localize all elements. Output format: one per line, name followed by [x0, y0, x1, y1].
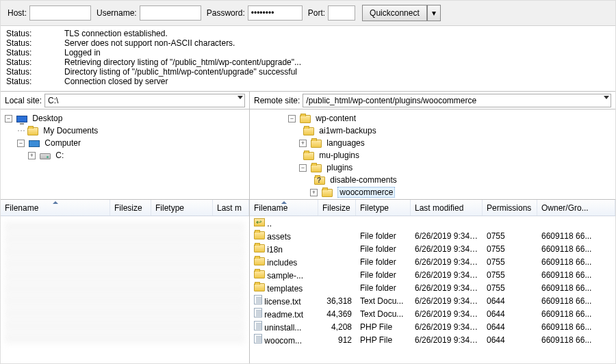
file-owner: 6609118 66...: [537, 257, 615, 267]
tree-item[interactable]: ai1wm-backups: [319, 126, 376, 135]
col-permissions[interactable]: Permissions: [483, 200, 537, 216]
tree-item[interactable]: plugins: [326, 163, 352, 172]
file-icon: [254, 308, 262, 317]
file-size: 44,369: [318, 309, 356, 319]
folder-icon: [303, 152, 314, 160]
log-text: Logged in: [64, 48, 101, 57]
file-modified: 6/26/2019 9:34:...: [411, 283, 483, 293]
file-permissions: 0755: [483, 270, 537, 280]
file-type: File folder: [356, 283, 411, 293]
log-label: Status:: [6, 29, 64, 38]
username-label: Username:: [97, 8, 137, 18]
col-lastmod[interactable]: Last m: [213, 200, 249, 216]
remote-list-header: Filename Filesize Filetype Last modified…: [250, 200, 615, 216]
log-text: TLS connection established.: [64, 29, 168, 38]
folder-icon: [311, 164, 322, 172]
list-row[interactable]: templatesFile folder6/26/2019 9:34:...07…: [250, 281, 615, 294]
col-filesize[interactable]: Filesize: [318, 200, 356, 216]
folder-icon: [254, 270, 265, 278]
host-input[interactable]: [29, 5, 91, 21]
drive-icon: [40, 153, 51, 159]
file-modified: 6/26/2019 9:34:...: [411, 296, 483, 306]
file-modified: 6/26/2019 9:34:...: [411, 231, 483, 241]
file-permissions: 0755: [483, 231, 537, 241]
list-row[interactable]: readme.txt44,369Text Docu...6/26/2019 9:…: [250, 307, 615, 320]
remote-file-list[interactable]: Filename Filesize Filetype Last modified…: [250, 200, 615, 364]
list-row[interactable]: assetsFile folder6/26/2019 9:34:...07556…: [250, 229, 615, 242]
file-type: PHP File: [356, 335, 411, 345]
tree-item[interactable]: disable-comments: [330, 175, 396, 185]
file-modified: 6/26/2019 9:34:...: [411, 244, 483, 254]
folder-icon: [254, 231, 265, 239]
col-filename[interactable]: Filename: [250, 200, 318, 216]
list-row[interactable]: sample-...File folder6/26/2019 9:34:...0…: [250, 268, 615, 281]
log-label: Status:: [6, 48, 64, 57]
folder-icon: [254, 257, 265, 265]
file-permissions: 0755: [483, 257, 537, 267]
col-filetype[interactable]: Filetype: [356, 200, 411, 216]
log-text: Directory listing of "/public_html/wp-co…: [64, 67, 297, 77]
folder-icon: [300, 115, 311, 123]
local-site-input[interactable]: [44, 94, 245, 107]
password-label: Password:: [207, 8, 245, 18]
tree-item[interactable]: mu-plugins: [319, 151, 359, 160]
file-size: 36,318: [318, 296, 356, 306]
folder-unknown-icon: [314, 177, 325, 185]
log-text: Connection closed by server: [64, 77, 168, 86]
col-owner[interactable]: Owner/Gro...: [537, 200, 615, 216]
port-input[interactable]: [328, 5, 355, 21]
list-panels: Filename Filesize Filetype Last m Filena…: [1, 200, 615, 364]
file-modified: 6/26/2019 9:34:...: [411, 270, 483, 280]
folder-icon: [322, 189, 333, 197]
desktop-icon: [16, 116, 27, 122]
list-row[interactable]: includesFile folder6/26/2019 9:34:...075…: [250, 255, 615, 268]
quickconnect-dropdown-button[interactable]: ▾: [427, 5, 441, 21]
file-name: sample-...: [267, 271, 303, 281]
folder-icon: [303, 127, 314, 135]
local-tree[interactable]: − Desktop ⋯ My Documents − Computer + C:: [1, 109, 250, 199]
tree-item[interactable]: Computer: [44, 138, 81, 148]
status-log: Status:TLS connection established.Status…: [1, 26, 615, 92]
col-lastmod[interactable]: Last modified: [411, 200, 483, 216]
col-filesize[interactable]: Filesize: [110, 200, 151, 216]
local-file-list[interactable]: Filename Filesize Filetype Last m: [1, 200, 250, 364]
col-filename[interactable]: Filename: [1, 200, 110, 216]
file-owner: 6609118 66...: [537, 231, 615, 241]
list-row[interactable]: i18nFile folder6/26/2019 9:34:...0755660…: [250, 242, 615, 255]
file-name: woocom...: [264, 336, 302, 346]
log-text: Retrieving directory listing of "/public…: [64, 57, 301, 67]
folder-icon: [254, 283, 265, 291]
site-path-bar: Local site: Remote site:: [1, 92, 615, 109]
file-owner: 6609118 66...: [537, 296, 615, 306]
tree-item[interactable]: C:: [55, 151, 64, 160]
file-name: readme.txt: [264, 310, 303, 320]
list-row[interactable]: woocom...912PHP File6/26/2019 9:34:...06…: [250, 333, 615, 346]
file-permissions: 0644: [483, 296, 537, 306]
tree-item[interactable]: Desktop: [32, 114, 62, 123]
username-input[interactable]: [140, 5, 201, 21]
file-icon: [254, 334, 262, 343]
file-permissions: 0644: [483, 335, 537, 345]
file-owner: 6609118 66...: [537, 335, 615, 345]
file-size: 912: [318, 335, 356, 345]
local-list-header: Filename Filesize Filetype Last m: [1, 200, 249, 216]
tree-item[interactable]: languages: [326, 138, 364, 148]
folder-icon: [254, 244, 265, 252]
remote-tree[interactable]: − wp-content ai1wm-backups + languages m…: [250, 109, 615, 199]
list-row-up[interactable]: ..: [250, 216, 615, 229]
password-input[interactable]: [248, 5, 303, 21]
file-icon: [254, 295, 262, 304]
list-row[interactable]: uninstall...4,208PHP File6/26/2019 9:34:…: [250, 320, 615, 333]
file-type: File folder: [356, 244, 411, 254]
file-type: PHP File: [356, 322, 411, 332]
file-size: 4,208: [318, 322, 356, 332]
tree-item-selected[interactable]: woocommerce: [337, 187, 395, 198]
file-type: Text Docu...: [356, 296, 411, 306]
quickconnect-button[interactable]: Quickconnect: [362, 5, 427, 21]
col-filetype[interactable]: Filetype: [151, 200, 213, 216]
port-label: Port:: [308, 8, 325, 18]
tree-item[interactable]: My Documents: [43, 126, 98, 135]
list-row[interactable]: license.txt36,318Text Docu...6/26/2019 9…: [250, 294, 615, 307]
tree-item[interactable]: wp-content: [316, 114, 356, 123]
remote-site-input[interactable]: [303, 94, 611, 107]
